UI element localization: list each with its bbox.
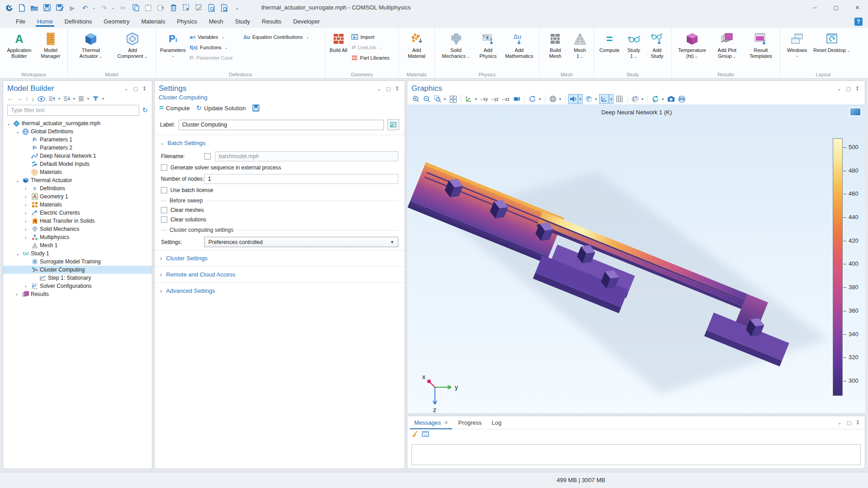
twistie-icon[interactable]: › (25, 194, 31, 199)
tree-item-mesh-1[interactable]: Mesh 1 (3, 241, 152, 249)
refresh-plot-icon[interactable] (651, 94, 660, 104)
expand-tree-icon[interactable] (63, 96, 70, 102)
move-down-icon[interactable]: ↓ (32, 95, 35, 102)
clear-meshes-row[interactable]: Clear meshes (161, 207, 398, 213)
add-material-button[interactable]: Add Material (401, 30, 432, 61)
new-file-button[interactable] (16, 2, 27, 13)
generate-external-checkbox[interactable] (161, 164, 167, 171)
undo-dropdown-icon[interactable]: ⌄ (92, 5, 97, 10)
plot-area[interactable]: Deep Neural Network 1 (K) (408, 104, 865, 413)
windows-button[interactable]: Windows ⌄ (783, 30, 811, 59)
tab-developer[interactable]: Developer (287, 16, 326, 28)
zoom-in-icon[interactable] (411, 94, 421, 104)
model-manager-button[interactable]: Model Manager (36, 30, 65, 61)
clear-solutions-checkbox[interactable] (161, 216, 167, 223)
tree-filter-input[interactable] (7, 105, 139, 116)
settings-select[interactable]: Preferences controlled ▼ (204, 237, 398, 247)
tree-item-solid-mechanics[interactable]: ›Solid Mechanics (3, 225, 152, 233)
open-file-button[interactable] (29, 2, 40, 13)
twistie-icon[interactable]: ⌄ (7, 121, 13, 126)
tree-item-thermal-actuator[interactable]: ⌄Thermal Actuator (3, 176, 152, 184)
import-button[interactable]: Import (349, 32, 392, 42)
parameters-button[interactable]: Pi Parameters ⌄ (158, 30, 188, 59)
twistie-icon[interactable]: › (25, 186, 31, 191)
tab-home[interactable]: Home (31, 16, 59, 28)
minimize-button[interactable]: ─ (804, 0, 826, 15)
chevron-down-icon[interactable]: ▾ (660, 94, 665, 104)
temperature-plot-button[interactable]: Temperature (ht)⌄ (674, 30, 710, 61)
run-button[interactable]: ▶ (67, 2, 78, 13)
zoom-extents-icon[interactable] (448, 94, 458, 104)
speaker-icon[interactable] (568, 94, 578, 104)
compute-button[interactable]: =Compute (159, 103, 190, 113)
tab-materials[interactable]: Materials (135, 16, 171, 28)
solid-mechanics-button[interactable]: Solid Mechanics⌄ (437, 30, 475, 61)
chevron-down-icon[interactable]: ▾ (640, 94, 645, 104)
tree-item-cluster-computing[interactable]: Cluster Computing (3, 266, 152, 274)
environment-icon[interactable] (548, 94, 558, 104)
zoom-document-button[interactable] (219, 2, 230, 13)
tree-item-surrogate-model-training[interactable]: Surrogate Model Training (3, 258, 152, 266)
chevron-down-icon[interactable]: ▾ (609, 94, 613, 104)
snapshot-icon[interactable] (666, 94, 676, 104)
chevron-down-icon[interactable]: ▾ (578, 94, 583, 104)
tab-mesh[interactable]: Mesh (203, 16, 229, 28)
chevron-down-icon[interactable]: ▾ (474, 94, 478, 104)
float-panel-icon[interactable]: ▢ (386, 86, 391, 92)
undo-button[interactable]: ↶ (80, 2, 90, 13)
chevron-down-icon[interactable]: ▾ (73, 97, 75, 101)
chevron-down-icon[interactable]: ▾ (594, 94, 598, 104)
pin-panel-icon[interactable] (855, 86, 861, 91)
panel-menu-icon[interactable]: ⌄ (837, 420, 842, 426)
tree-item-definitions[interactable]: ›≡Definitions (3, 184, 152, 192)
add-plot-group-button[interactable]: Add Plot Group⌄ (710, 30, 744, 61)
livelink-button[interactable]: ⇄ LiveLink⌄ (349, 42, 392, 52)
mesh-1-button[interactable]: Mesh 1⌄ (569, 30, 591, 61)
equation-contributions-button[interactable]: Δu Equation Contributions⌄ (241, 32, 311, 42)
show-axis-orientation-icon[interactable] (599, 94, 609, 104)
close-button[interactable]: ✕ (847, 0, 868, 15)
chevron-down-icon[interactable]: ▾ (102, 97, 104, 101)
study-1-button[interactable]: Study 1⌄ (623, 30, 645, 61)
tree-item-default-model-inputs[interactable]: Default Model Inputs (3, 160, 152, 168)
section-advanced-settings[interactable]: ›Advanced Settings (155, 282, 405, 299)
zoom-out-icon[interactable] (422, 94, 432, 104)
float-panel-icon[interactable]: ▢ (846, 86, 851, 92)
tree-item-materials-global[interactable]: Materials (3, 168, 152, 176)
tab-study[interactable]: Study (229, 16, 256, 28)
filename-input[interactable] (215, 151, 398, 161)
section-remote-cloud-access[interactable]: ›Remote and Cloud Access (155, 266, 405, 282)
generate-external-checkbox-row[interactable]: Generate solver sequence in external pro… (161, 164, 398, 171)
close-tab-icon[interactable]: ✕ (444, 420, 448, 426)
result-templates-button[interactable]: Result Templates (744, 30, 778, 61)
twistie-icon[interactable]: › (25, 235, 31, 240)
tree-item-parameters-1[interactable]: PiParameters 1 (3, 136, 152, 144)
use-batch-license-row[interactable]: Use batch license (161, 187, 398, 193)
view-xz-icon[interactable]: ⌐xz (501, 94, 511, 104)
thermal-actuator-button[interactable]: Thermal Actuator⌄ (70, 30, 112, 61)
twistie-icon[interactable]: › (25, 284, 31, 289)
pin-panel-icon[interactable] (856, 420, 861, 425)
filename-checkbox[interactable] (204, 153, 211, 160)
twistie-icon[interactable]: ⌄ (16, 178, 22, 183)
add-physics-button[interactable]: Add Physics (475, 30, 501, 61)
redo-button[interactable]: ↷ (99, 2, 109, 13)
show-grid-icon[interactable] (614, 94, 624, 104)
label-input[interactable] (179, 120, 384, 130)
tree-item-electric-currents[interactable]: ›+–Electric Currents (3, 209, 152, 217)
compute-button[interactable]: = Compute (596, 30, 623, 55)
redo-dropdown-icon[interactable]: ⌄ (111, 5, 116, 10)
tree-item-heat-transfer[interactable]: ›Heat Transfer in Solids (3, 217, 152, 225)
tree-item-solver-configurations[interactable]: ›Solver Configurations (3, 282, 152, 290)
chevron-down-icon[interactable]: ▾ (558, 94, 562, 104)
add-component-button[interactable]: Add Component⌄ (112, 30, 153, 61)
tree-item-multiphysics[interactable]: ›Multiphysics (3, 233, 152, 241)
build-mesh-button[interactable]: Build Mesh (542, 30, 569, 61)
transparency-icon[interactable] (584, 94, 594, 104)
tab-log[interactable]: Log (487, 416, 507, 429)
add-mathematics-button[interactable]: Δu Add Mathematics (501, 30, 537, 61)
twistie-icon[interactable]: › (25, 211, 31, 216)
tree-item-results[interactable]: ›Results (3, 290, 152, 298)
message-options-icon[interactable] (422, 431, 429, 437)
select-box-button[interactable] (181, 2, 192, 13)
